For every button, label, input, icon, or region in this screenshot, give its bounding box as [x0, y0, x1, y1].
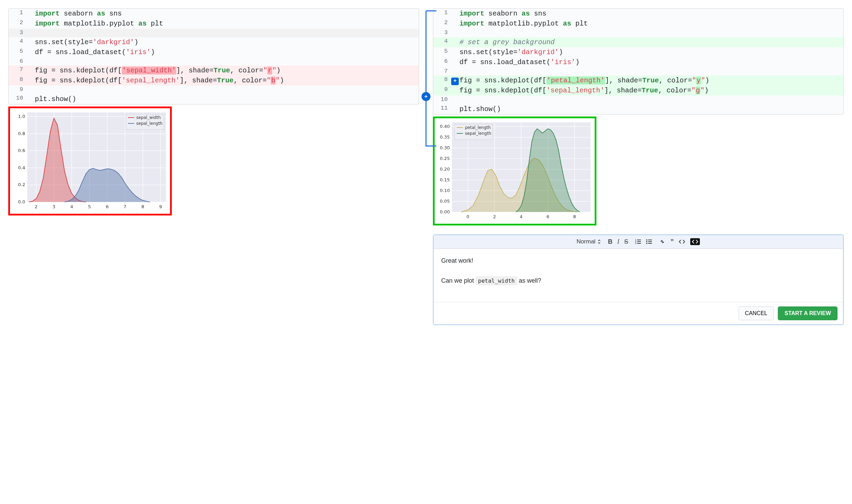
code-content: import matplotlib.pyplot as plt [35, 19, 419, 29]
code-line: 10 [433, 95, 843, 104]
code-content [35, 85, 419, 94]
ordered-list-icon: 123 [635, 239, 641, 244]
strike-button[interactable]: S [624, 238, 628, 245]
code-block-button[interactable] [690, 238, 700, 245]
quote-button[interactable]: ” [670, 238, 674, 246]
code-content: import matplotlib.pyplot as plt [459, 19, 843, 29]
svg-text:sepal_length: sepal_length [136, 121, 162, 126]
code-content: df = sns.load_dataset('iris') [459, 57, 843, 67]
link-button[interactable] [659, 239, 665, 244]
line-number: 11 [433, 104, 451, 114]
line-number: 10 [433, 95, 451, 104]
code-block-icon [692, 239, 699, 244]
code-content: fig = sns.kdeplot(df['petal_length'], sh… [459, 75, 843, 85]
svg-text:0: 0 [466, 214, 469, 219]
code-line: 9 [9, 85, 419, 94]
heading-select[interactable]: Normal [577, 238, 601, 245]
line-number: 2 [433, 19, 451, 29]
bold-button[interactable]: B [608, 238, 612, 245]
comment-actions: CANCEL START A REVIEW [434, 302, 843, 324]
plot-new: 024680.000.050.100.150.200.250.300.350.4… [435, 119, 594, 223]
svg-text:6: 6 [546, 214, 549, 219]
code-content: fig = sns.kdeplot(df['sepal_length'], sh… [459, 85, 843, 95]
svg-text:4: 4 [70, 204, 73, 209]
code-content: # set a grey background [459, 37, 843, 47]
editor-toolbar: Normal B I S 123 ” [434, 235, 843, 249]
line-number: 10 [9, 94, 27, 104]
svg-text:3: 3 [635, 242, 636, 244]
line-number: 7 [9, 65, 27, 75]
heading-select-label: Normal [577, 238, 596, 245]
code-line: 7fig = sns.kdeplot(df['sepal_width'], sh… [9, 65, 419, 75]
line-number: 6 [9, 57, 27, 66]
line-number: 2 [9, 19, 27, 29]
unordered-list-button[interactable] [646, 239, 652, 244]
svg-text:0.4: 0.4 [18, 165, 25, 170]
svg-text:0.0: 0.0 [18, 199, 25, 204]
line-number: 9 [9, 85, 27, 94]
code-content: import seaborn as sns [35, 9, 419, 19]
select-caret-icon [597, 239, 601, 244]
code-content: df = sns.load_dataset('iris') [35, 47, 419, 57]
svg-text:9: 9 [159, 204, 162, 209]
code-line: 6df = sns.load_dataset('iris') [433, 57, 843, 67]
comment-line: Great work! [441, 256, 835, 266]
code-line: 9fig = sns.kdeplot(df['sepal_length'], s… [433, 85, 843, 95]
line-number: 3 [433, 29, 451, 37]
svg-text:0.15: 0.15 [440, 177, 450, 182]
svg-text:0.6: 0.6 [18, 148, 25, 153]
svg-text:2: 2 [35, 204, 38, 209]
code-line: 4sns.set(style='darkgrid') [9, 37, 419, 47]
svg-text:0.40: 0.40 [440, 124, 450, 129]
code-line: 8+fig = sns.kdeplot(df['petal_length'], … [433, 75, 843, 85]
code-block-new: 1import seaborn as sns2import matplotlib… [433, 8, 844, 114]
svg-text:6: 6 [106, 204, 109, 209]
line-number: 4 [433, 37, 451, 47]
svg-text:4: 4 [520, 214, 523, 219]
ordered-list-button[interactable]: 123 [635, 239, 641, 244]
cancel-button[interactable]: CANCEL [739, 306, 774, 320]
diff-left-pane: 1import seaborn as sns2import matplotlib… [8, 8, 419, 325]
svg-text:0.05: 0.05 [440, 199, 450, 204]
review-comment-box: Normal B I S 123 ” [433, 234, 844, 325]
code-line: 7 [433, 67, 843, 76]
diff-right-pane: 1import seaborn as sns2import matplotlib… [433, 8, 844, 325]
italic-button[interactable]: I [617, 238, 619, 245]
svg-text:0.10: 0.10 [440, 188, 450, 193]
code-content: sns.set(style='darkgrid') [459, 47, 843, 57]
diff-columns: + 1import seaborn as sns2import matplotl… [8, 8, 844, 325]
svg-text:0.00: 0.00 [440, 209, 450, 214]
code-button[interactable] [678, 239, 685, 244]
inline-code: petal_width [476, 276, 517, 285]
add-comment-button[interactable]: + [451, 78, 459, 85]
line-number: 5 [433, 47, 451, 57]
svg-text:2: 2 [493, 214, 496, 219]
start-review-button[interactable]: START A REVIEW [778, 306, 838, 320]
svg-text:0.2: 0.2 [18, 182, 25, 187]
svg-text:sepal_length: sepal_length [465, 131, 491, 136]
svg-text:petal_length: petal_length [465, 125, 491, 130]
line-number: 3 [9, 29, 27, 37]
plot-old-frame: 234567890.00.20.40.60.81.0sepal_widthsep… [8, 107, 172, 215]
line-number: 6 [433, 57, 451, 67]
link-icon [659, 239, 665, 244]
code-line: 10plt.show() [9, 94, 419, 104]
svg-text:5: 5 [88, 204, 91, 209]
comment-editor[interactable]: Great work! Can we plot petal_width as w… [434, 249, 843, 302]
code-content [459, 29, 843, 37]
line-number: 8 [433, 75, 451, 85]
code-content: plt.show() [459, 104, 843, 114]
line-number: 1 [433, 9, 451, 19]
svg-text:0.20: 0.20 [440, 167, 450, 172]
code-line: 3 [9, 29, 419, 37]
plot-old: 234567890.00.20.40.60.81.0sepal_widthsep… [11, 109, 169, 213]
line-number: 1 [9, 9, 27, 19]
line-number: 5 [9, 47, 27, 57]
code-line: 2import matplotlib.pyplot as plt [433, 19, 843, 29]
plot-new-frame: 024680.000.050.100.150.200.250.300.350.4… [433, 117, 596, 225]
comment-line: Can we plot petal_width as well? [441, 276, 835, 286]
code-content: sns.set(style='darkgrid') [35, 37, 419, 47]
code-line: 2import matplotlib.pyplot as plt [9, 19, 419, 29]
code-block-old: 1import seaborn as sns2import matplotlib… [8, 8, 419, 104]
svg-point-72 [646, 241, 647, 242]
